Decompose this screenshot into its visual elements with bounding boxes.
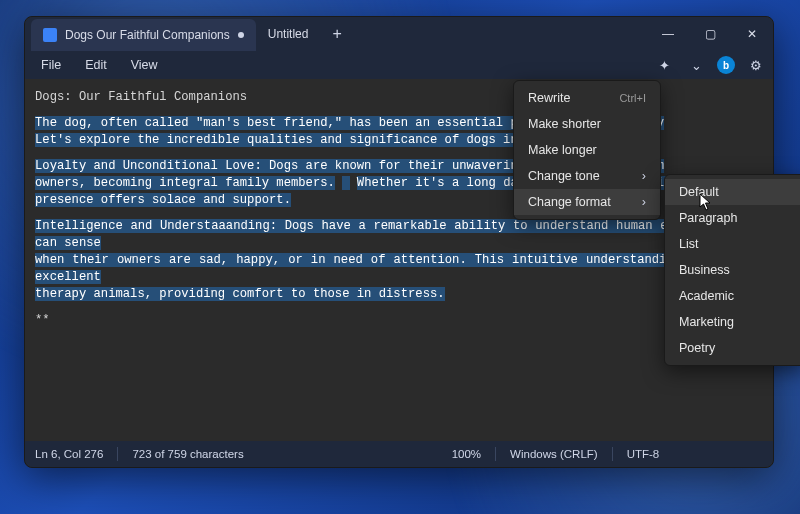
- chevron-right-icon: ›: [642, 195, 646, 209]
- menu-label: Paragraph: [679, 211, 737, 225]
- divider: [495, 447, 496, 461]
- paragraph: Intelligence and Understaaanding: Dogs h…: [35, 218, 763, 303]
- tab-inactive-title: Untitled: [268, 27, 309, 41]
- format-marketing[interactable]: Marketing: [665, 309, 800, 335]
- menu-label: Make longer: [528, 143, 597, 157]
- maximize-icon: ▢: [705, 27, 716, 41]
- menu-view[interactable]: View: [121, 54, 168, 76]
- bing-button[interactable]: b: [717, 56, 735, 74]
- unsaved-indicator-icon: [238, 32, 244, 38]
- paragraph: **: [35, 312, 763, 329]
- format-poetry[interactable]: Poetry: [665, 335, 800, 361]
- selected-text: owners, becoming integral family members…: [35, 176, 335, 190]
- status-encoding[interactable]: UTF-8: [627, 448, 660, 460]
- app-icon: [43, 28, 57, 42]
- notepad-window: Dogs Our Faithful Companions Untitled + …: [24, 16, 774, 468]
- minimize-icon: —: [662, 27, 674, 41]
- divider: [612, 447, 613, 461]
- selected-text: therapy animals, providing comfort to th…: [35, 287, 445, 301]
- menu-label: Make shorter: [528, 117, 601, 131]
- close-button[interactable]: ✕: [731, 17, 773, 51]
- menu-change-tone[interactable]: Change tone ›: [514, 163, 660, 189]
- format-business[interactable]: Business: [665, 257, 800, 283]
- menu-rewrite[interactable]: Rewrite Ctrl+I: [514, 85, 660, 111]
- menu-label: Rewrite: [528, 91, 570, 105]
- copilot-menu: Rewrite Ctrl+I Make shorter Make longer …: [513, 80, 661, 220]
- close-icon: ✕: [747, 27, 757, 41]
- new-tab-button[interactable]: +: [320, 25, 353, 43]
- menu-label: Business: [679, 263, 730, 277]
- selected-text: Intelligence and Understaaanding: Dogs h…: [35, 219, 763, 250]
- copilot-button[interactable]: ✦: [653, 54, 675, 76]
- status-position[interactable]: Ln 6, Col 276: [35, 448, 103, 460]
- copilot-dropdown[interactable]: ⌄: [685, 54, 707, 76]
- menu-change-format[interactable]: Change format ›: [514, 189, 660, 215]
- status-eol[interactable]: Windows (CRLF): [510, 448, 598, 460]
- titlebar: Dogs Our Faithful Companions Untitled + …: [25, 17, 773, 51]
- selected-text: presence offers solace and support.: [35, 193, 291, 207]
- tab-inactive[interactable]: Untitled: [256, 17, 321, 51]
- format-list[interactable]: List: [665, 231, 800, 257]
- format-paragraph[interactable]: Paragraph: [665, 205, 800, 231]
- bing-icon: b: [723, 60, 729, 71]
- menu-edit[interactable]: Edit: [75, 54, 117, 76]
- tab-active[interactable]: Dogs Our Faithful Companions: [31, 19, 256, 51]
- format-default[interactable]: Default: [665, 179, 800, 205]
- menu-make-shorter[interactable]: Make shorter: [514, 111, 660, 137]
- minimize-button[interactable]: —: [647, 17, 689, 51]
- status-zoom[interactable]: 100%: [452, 448, 481, 460]
- statusbar: Ln 6, Col 276 723 of 759 characters 100%…: [25, 441, 773, 467]
- menu-label: Change format: [528, 195, 611, 209]
- menu-label: List: [679, 237, 698, 251]
- menu-file[interactable]: File: [31, 54, 71, 76]
- maximize-button[interactable]: ▢: [689, 17, 731, 51]
- status-selection[interactable]: 723 of 759 characters: [132, 448, 243, 460]
- menubar: File Edit View ✦ ⌄ b ⚙: [25, 51, 773, 79]
- chevron-down-icon: ⌄: [691, 58, 702, 73]
- tab-active-title: Dogs Our Faithful Companions: [65, 28, 230, 42]
- chevron-right-icon: ›: [642, 169, 646, 183]
- format-academic[interactable]: Academic: [665, 283, 800, 309]
- settings-button[interactable]: ⚙: [745, 54, 767, 76]
- menu-make-longer[interactable]: Make longer: [514, 137, 660, 163]
- sparkle-icon: ✦: [659, 58, 670, 73]
- menu-label: Change tone: [528, 169, 600, 183]
- selected-text: when their owners are sad, happy, or in …: [35, 253, 763, 284]
- gear-icon: ⚙: [750, 58, 762, 73]
- change-format-submenu: Default Paragraph List Business Academic…: [664, 174, 800, 366]
- divider: [117, 447, 118, 461]
- menu-label: Marketing: [679, 315, 734, 329]
- menu-label: Academic: [679, 289, 734, 303]
- menu-shortcut: Ctrl+I: [619, 92, 646, 104]
- menu-label: Poetry: [679, 341, 715, 355]
